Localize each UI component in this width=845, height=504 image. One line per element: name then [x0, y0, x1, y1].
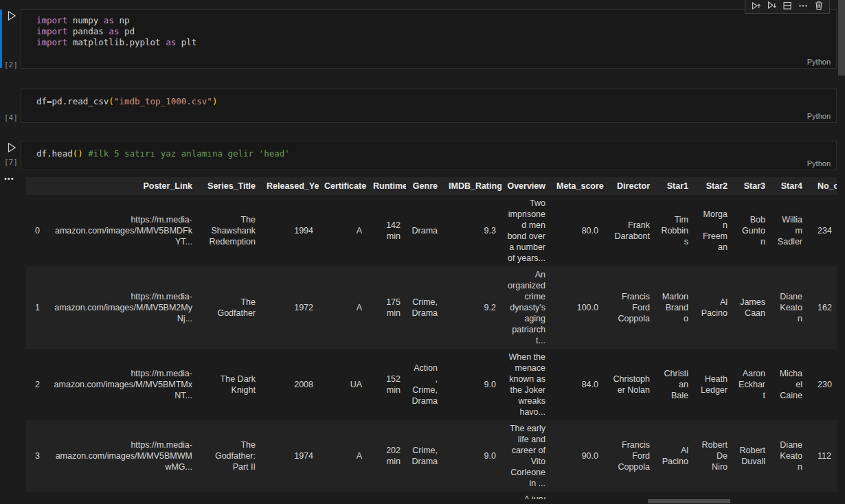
column-header: IMDB_Rating [443, 177, 502, 195]
vertical-scrollbar-thumb[interactable] [838, 0, 845, 76]
table-cell: A [319, 266, 368, 349]
split-cell-icon[interactable] [782, 0, 793, 11]
table-cell: Christian Bale [655, 349, 694, 420]
code-editor[interactable]: df.head() #ilk 5 satırı yaz anlamına gel… [21, 141, 836, 159]
cell-language-picker[interactable]: Python [807, 112, 831, 120]
table-cell: A [319, 420, 368, 492]
table-cell: A [319, 195, 368, 266]
code-editor[interactable]: import numpy as npimport pandas as pdimp… [21, 10, 836, 48]
table-cell [551, 492, 604, 499]
column-header: Genre [406, 177, 443, 195]
table-cell: The Godfather: Part II [198, 420, 261, 492]
table-cell: Diane Keaton [771, 266, 808, 349]
code-line: import matplotlib.pyplot as plt [36, 37, 836, 48]
execute-cell-and-below-icon[interactable] [766, 0, 777, 11]
table-cell: Crime, Drama [406, 266, 443, 349]
table-cell: When the menace known as the Joker wreak… [502, 349, 551, 420]
table-cell [443, 492, 502, 499]
table-cell [771, 492, 808, 499]
table-cell [808, 492, 837, 499]
delete-cell-icon[interactable] [813, 0, 824, 11]
table-cell [319, 492, 368, 499]
table-header: Poster_LinkSeries_TitleReleased_YearCert… [26, 177, 837, 195]
notebook-editor: import numpy as npimport pandas as pdimp… [0, 0, 845, 504]
column-header: Series_Title [198, 177, 261, 195]
run-cell-button[interactable] [5, 10, 19, 23]
table-cell: Morgan Freeman [694, 195, 733, 266]
table-cell: Francis Ford Coppola [604, 420, 655, 492]
column-header: Star3 [733, 177, 771, 195]
table-cell: 0 [26, 195, 45, 266]
cell-toolbar [745, 0, 830, 14]
table-cell: 2008 [261, 349, 319, 420]
table-cell: The Godfather [198, 266, 261, 349]
table-cell: 142 min [368, 195, 406, 266]
code-cell-2[interactable]: df=pd.read_csv("imdb_top_1000.csv") Pyth… [21, 89, 837, 123]
table-cell: https://m.media-amazon.com/images/M/MV5B… [45, 349, 198, 420]
table-cell: Tim Robbins [655, 195, 694, 266]
output-more-actions-icon[interactable]: ••• [4, 174, 19, 183]
more-actions-icon[interactable] [798, 0, 809, 11]
table-cell: https://m.media-amazon.com/images/M/MV5B… [45, 420, 198, 492]
table-row: 0https://m.media-amazon.com/images/M/MV5… [26, 195, 837, 266]
table-cell [655, 492, 694, 499]
code-line: import numpy as np [36, 15, 836, 26]
table-cell: https://m.media-amazon.com/images/M/MV5B… [45, 195, 198, 266]
column-header: Director [604, 177, 655, 195]
dataframe-table: Poster_LinkSeries_TitleReleased_YearCert… [26, 177, 837, 499]
horizontal-scrollbar-thumb[interactable] [648, 499, 730, 503]
table-cell: Francis Ford Coppola [604, 266, 655, 349]
column-header: No_of_V [808, 177, 837, 195]
table-cell: The Shawshank Redemption [198, 195, 261, 266]
table-cell: 100.0 [551, 266, 604, 349]
table-cell: Action, Crime, Drama [406, 349, 443, 420]
table-cell [694, 492, 733, 499]
table-cell: William Sadler [771, 195, 808, 266]
column-header: Star1 [655, 177, 694, 195]
table-cell: Aaron Eckhart [733, 349, 771, 420]
table-cell [198, 492, 261, 499]
table-cell: An organized crime dynasty's aging patri… [502, 266, 551, 349]
execute-above-icon[interactable] [750, 0, 761, 11]
table-row: 3https://m.media-amazon.com/images/M/MV5… [26, 420, 837, 492]
table-cell: 80.0 [551, 195, 604, 266]
table-row: 2https://m.media-amazon.com/images/M/MV5… [26, 349, 837, 420]
code-editor[interactable]: df=pd.read_csv("imdb_top_1000.csv") [21, 89, 836, 107]
column-header: Released_Year [261, 177, 319, 195]
table-cell [604, 492, 655, 499]
table-cell: Two imprisoned men bond over a number of… [502, 195, 551, 266]
dataframe-output: Poster_LinkSeries_TitleReleased_YearCert… [26, 177, 837, 499]
code-cell-1[interactable]: import numpy as npimport pandas as pdimp… [21, 9, 837, 69]
table-cell: The early life and career of Vito Corleo… [502, 420, 551, 492]
table-cell [733, 492, 771, 499]
column-header: Meta_score [551, 177, 604, 195]
execution-count: [2] [4, 60, 21, 69]
code-cell-3[interactable]: df.head() #ilk 5 satırı yaz anlamına gel… [21, 141, 837, 170]
column-header: Overview [502, 177, 551, 195]
table-cell: Robert De Niro [694, 420, 733, 492]
column-header: Certificate [319, 177, 368, 195]
table-cell: Michael Caine [771, 349, 808, 420]
table-cell: Bob Gunton [733, 195, 771, 266]
cell-language-picker[interactable]: Python [807, 159, 831, 168]
table-cell: 175 min [368, 266, 406, 349]
table-cell: A jury [502, 492, 551, 499]
table-cell: 162 [808, 266, 837, 349]
table-cell: 1974 [261, 420, 319, 492]
table-cell: 3 [26, 420, 45, 492]
table-cell: https://m.media-amazon.com/images/M/MV5B… [45, 266, 198, 349]
table-cell: Frank Darabont [604, 195, 655, 266]
table-cell [406, 492, 443, 499]
table-cell: 230 [808, 349, 837, 420]
run-cell-button[interactable] [5, 141, 19, 155]
table-cell: Diane Keaton [771, 420, 808, 492]
cell-language-picker[interactable]: Python [807, 58, 831, 66]
column-header: Runtime [368, 177, 406, 195]
execution-count: [4] [4, 113, 21, 122]
table-cell [368, 492, 406, 499]
table-cell: 2 [26, 349, 45, 420]
table-cell: 202 min [368, 420, 406, 492]
execution-count: [7] [4, 158, 21, 167]
table-cell: 9.3 [443, 195, 502, 266]
table-cell: Heath Ledger [694, 349, 733, 420]
